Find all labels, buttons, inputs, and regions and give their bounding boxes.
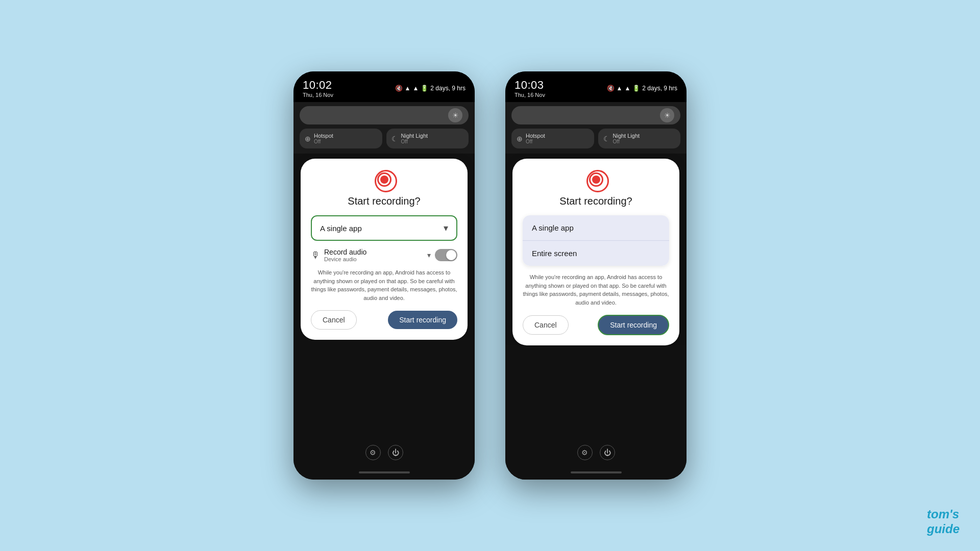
- quick-settings-2: ☀ ⊕ Hotspot Off ☾ Night Light: [505, 102, 687, 154]
- quick-settings-1: ☀ ⊕ Hotspot Off ☾ Night Light: [293, 102, 475, 154]
- nightlight-sub-1: Off: [401, 139, 428, 144]
- battery-icon-2: 🔋: [632, 85, 640, 92]
- nightlight-label-1: Night Light: [401, 133, 428, 139]
- dialog-2: Start recording? A single app Entire scr…: [512, 159, 679, 345]
- hotspot-sub-1: Off: [314, 139, 333, 144]
- status-bar-2: 10:03 Thu, 16 Nov 🔇 ▲ ▲ 🔋 2 days, 9 hrs: [505, 71, 687, 102]
- audio-sub-1: Device audio: [324, 256, 423, 262]
- mic-icon-1: 🎙: [311, 250, 320, 261]
- modal-overlay-1: Start recording? A single app ▾ 🎙 Record…: [293, 154, 475, 480]
- cancel-button-2[interactable]: Cancel: [523, 315, 569, 335]
- audio-title-1: Record audio: [324, 248, 423, 256]
- signal-icon: ▲: [412, 85, 419, 92]
- wifi-icon-2: ▲: [617, 85, 623, 92]
- dialog-title-1: Start recording?: [311, 195, 457, 207]
- phone-2-screen: 10:03 Thu, 16 Nov 🔇 ▲ ▲ 🔋 2 days, 9 hrs …: [505, 71, 687, 480]
- nightlight-label-2: Night Light: [613, 133, 640, 139]
- option-entire-screen[interactable]: Entire screen: [523, 240, 669, 266]
- battery-icon: 🔋: [421, 85, 428, 92]
- time-display-2: 10:03: [514, 79, 545, 92]
- nightlight-icon-1: ☾: [391, 135, 398, 143]
- brightness-knob-1: ☀: [448, 108, 462, 122]
- nightlight-text-2: Night Light Off: [613, 133, 640, 144]
- time-display-1: 10:02: [303, 79, 333, 92]
- status-icons-1: 🔇 ▲ ▲ 🔋 2 days, 9 hrs: [395, 85, 465, 92]
- record-ring-2: [589, 172, 603, 187]
- hotspot-icon-1: ⊕: [305, 135, 311, 143]
- quick-tiles-2: ⊕ Hotspot Off ☾ Night Light Off: [511, 129, 680, 148]
- dialog-desc-1: While you're recording an app, Android h…: [311, 268, 457, 302]
- audio-label-1: Record audio Device audio: [324, 248, 423, 262]
- wifi-icon: ▲: [405, 85, 411, 92]
- watermark-line1: tom's: [927, 507, 960, 522]
- start-recording-button-1[interactable]: Start recording: [388, 311, 457, 329]
- status-bar-left-2: 10:03 Thu, 16 Nov: [514, 79, 545, 98]
- hotspot-text-1: Hotspot Off: [314, 133, 333, 144]
- brightness-bar-1[interactable]: ☀: [300, 106, 469, 124]
- option-single-app[interactable]: A single app: [523, 215, 669, 240]
- audio-row-1: 🎙 Record audio Device audio ▾: [311, 248, 457, 262]
- nightlight-sub-2: Off: [613, 139, 640, 144]
- hotspot-sub-2: Off: [526, 139, 545, 144]
- cancel-button-1[interactable]: Cancel: [311, 310, 357, 330]
- home-indicator-2: [571, 468, 622, 480]
- nightlight-icon-2: ☾: [603, 135, 610, 143]
- mute-icon: 🔇: [395, 85, 403, 92]
- audio-chevron-1[interactable]: ▾: [427, 251, 431, 259]
- dialog-buttons-2: Cancel Start recording: [523, 315, 669, 335]
- nightlight-text-1: Night Light Off: [401, 133, 428, 144]
- phone-2: 10:03 Thu, 16 Nov 🔇 ▲ ▲ 🔋 2 days, 9 hrs …: [505, 71, 687, 480]
- battery-text-1: 2 days, 9 hrs: [430, 85, 465, 92]
- home-bar-2: [571, 471, 622, 473]
- record-icon-2: [586, 170, 606, 189]
- date-display-2: Thu, 16 Nov: [514, 92, 545, 98]
- settings-icon-1[interactable]: ⚙: [365, 445, 381, 460]
- start-recording-button-2[interactable]: Start recording: [598, 315, 669, 335]
- source-dropdown-1[interactable]: A single app ▾: [311, 215, 457, 241]
- dialog-1: Start recording? A single app ▾ 🎙 Record…: [301, 159, 468, 340]
- record-ring-1: [377, 172, 391, 187]
- dialog-icon-2: [523, 170, 669, 189]
- brightness-bar-2[interactable]: ☀: [511, 106, 680, 124]
- home-bar-1: [359, 471, 410, 473]
- hotspot-tile-2[interactable]: ⊕ Hotspot Off: [511, 129, 594, 148]
- phone-bottom-1: ⚙ ⏻: [357, 440, 411, 468]
- hotspot-tile-1[interactable]: ⊕ Hotspot Off: [300, 129, 382, 148]
- hotspot-text-2: Hotspot Off: [526, 133, 545, 144]
- dialog-title-2: Start recording?: [523, 195, 669, 207]
- dropdown-arrow-1: ▾: [444, 222, 448, 234]
- phones-container: 10:02 Thu, 16 Nov 🔇 ▲ ▲ 🔋 2 days, 9 hrs …: [293, 71, 687, 480]
- record-icon-1: [375, 170, 394, 189]
- power-icon-1[interactable]: ⏻: [388, 445, 403, 460]
- nightlight-tile-1[interactable]: ☾ Night Light Off: [386, 129, 469, 148]
- battery-text-2: 2 days, 9 hrs: [642, 85, 677, 92]
- settings-icon-2[interactable]: ⚙: [577, 445, 593, 460]
- watermark: tom's guide: [927, 507, 960, 537]
- dialog-buttons-1: Cancel Start recording: [311, 310, 457, 330]
- select-value-1: A single app: [320, 224, 362, 233]
- hotspot-icon-2: ⊕: [517, 135, 523, 143]
- signal-icon-2: ▲: [624, 85, 630, 92]
- nightlight-tile-2[interactable]: ☾ Night Light Off: [598, 129, 681, 148]
- hotspot-label-2: Hotspot: [526, 133, 545, 139]
- dialog-icon-1: [311, 170, 457, 189]
- phone-bottom-2: ⚙ ⏻: [569, 440, 623, 468]
- power-icon-2[interactable]: ⏻: [600, 445, 615, 460]
- mute-icon-2: 🔇: [607, 85, 615, 92]
- home-indicator-1: [359, 468, 410, 480]
- status-icons-2: 🔇 ▲ ▲ 🔋 2 days, 9 hrs: [607, 85, 677, 92]
- toggle-knob-1: [446, 250, 456, 260]
- phone-1-screen: 10:02 Thu, 16 Nov 🔇 ▲ ▲ 🔋 2 days, 9 hrs …: [293, 71, 475, 480]
- quick-tiles-1: ⊕ Hotspot Off ☾ Night Light Off: [300, 129, 469, 148]
- audio-toggle-1[interactable]: [435, 249, 457, 261]
- brightness-knob-2: ☀: [660, 108, 674, 122]
- modal-overlay-2: Start recording? A single app Entire scr…: [505, 154, 687, 480]
- status-bar-left: 10:02 Thu, 16 Nov: [303, 79, 333, 98]
- phone-1: 10:02 Thu, 16 Nov 🔇 ▲ ▲ 🔋 2 days, 9 hrs …: [293, 71, 475, 480]
- dropdown-panel-2: A single app Entire screen: [523, 215, 669, 266]
- date-display-1: Thu, 16 Nov: [303, 92, 333, 98]
- watermark-line2: guide: [927, 522, 960, 537]
- status-bar-1: 10:02 Thu, 16 Nov 🔇 ▲ ▲ 🔋 2 days, 9 hrs: [293, 71, 475, 102]
- hotspot-label-1: Hotspot: [314, 133, 333, 139]
- dialog-desc-2: While you're recording an app, Android h…: [523, 273, 669, 307]
